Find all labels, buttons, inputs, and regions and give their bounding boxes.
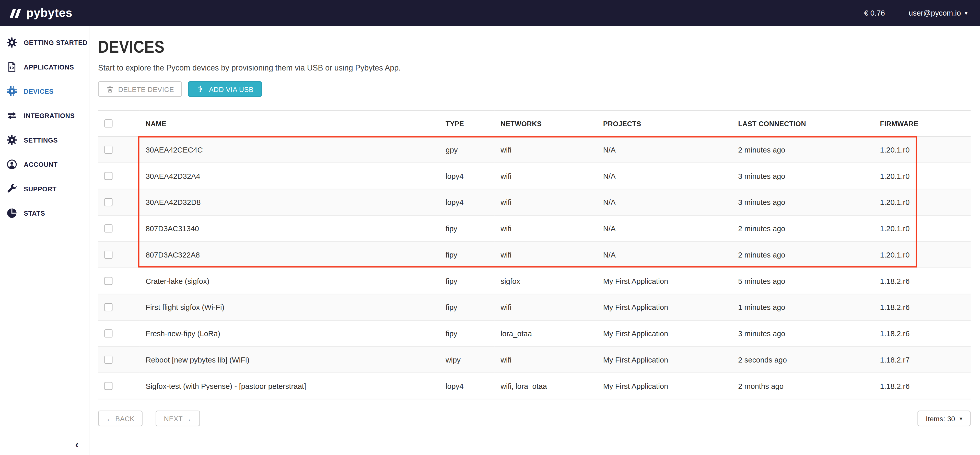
account-balance[interactable]: € 0.76	[864, 9, 885, 18]
table-row[interactable]: 30AEA42D32A4 lopy4 wifi N/A 3 minutes ag…	[98, 163, 970, 189]
device-type: lopy4	[439, 163, 494, 189]
sidebar-item-support[interactable]: SUPPORT	[0, 176, 89, 200]
transfer-arrows-icon	[6, 110, 18, 121]
device-name[interactable]: Sigfox-test (with Pysense) - [pastoor pe…	[140, 373, 439, 399]
device-last-connection: 3 minutes ago	[732, 163, 874, 189]
brand[interactable]: pybytes	[11, 6, 73, 20]
device-projects: My First Application	[597, 320, 732, 347]
add-via-usb-button[interactable]: ADD VIA USB	[188, 81, 262, 97]
sidebar-item-stats[interactable]: STATS	[0, 200, 89, 225]
sidebar-item-integrations[interactable]: INTEGRATIONS	[0, 103, 89, 127]
topbar: pybytes € 0.76 user@pycom.io ▾	[0, 0, 980, 26]
chevron-down-icon: ▾	[959, 415, 963, 422]
device-name[interactable]: 807D3AC31340	[140, 215, 439, 242]
device-networks: wifi	[494, 189, 597, 215]
sidebar-item-applications[interactable]: APPLICATIONS	[0, 54, 89, 79]
device-firmware: 1.20.1.r0	[874, 189, 970, 215]
page-title: DEVICES	[98, 38, 866, 57]
user-circle-icon	[6, 158, 18, 170]
device-networks: wifi	[494, 347, 597, 373]
sidebar-collapse-button[interactable]: ‹	[75, 439, 79, 451]
table-row[interactable]: Sigfox-test (with Pysense) - [pastoor pe…	[98, 373, 970, 399]
sidebar-item-account[interactable]: ACCOUNT	[0, 152, 89, 176]
delete-device-button[interactable]: DELETE DEVICE	[98, 81, 182, 97]
sidebar-item-devices[interactable]: DEVICES	[0, 79, 89, 103]
device-name[interactable]: 807D3AC322A8	[140, 242, 439, 268]
pagination: ← BACK NEXT → Items: 30 ▾	[98, 410, 970, 426]
col-header-name[interactable]: NAME	[140, 110, 439, 137]
table-row[interactable]: Fresh-new-fipy (LoRa) fipy lora_otaa My …	[98, 320, 970, 347]
wrench-icon	[6, 183, 18, 194]
devices-table: NAME TYPE NETWORKS PROJECTS LAST CONNECT…	[98, 110, 970, 399]
row-checkbox[interactable]	[105, 251, 113, 259]
device-last-connection: 2 minutes ago	[732, 242, 874, 268]
main-content: DEVICES Start to explore the Pycom devic…	[90, 26, 980, 455]
table-row[interactable]: 807D3AC31340 fipy wifi N/A 2 minutes ago…	[98, 215, 970, 242]
row-checkbox[interactable]	[105, 329, 113, 337]
table-row[interactable]: 807D3AC322A8 fipy wifi N/A 2 minutes ago…	[98, 242, 970, 268]
sidebar-item-label: SUPPORT	[24, 185, 56, 192]
col-header-last-connection[interactable]: LAST CONNECTION	[732, 110, 874, 137]
table-row[interactable]: Reboot [new pybytes lib] (WiFi) wipy wif…	[98, 347, 970, 373]
device-type: lopy4	[439, 373, 494, 399]
row-checkbox[interactable]	[105, 356, 113, 364]
device-projects: N/A	[597, 163, 732, 189]
col-header-firmware[interactable]: FIRMWARE	[874, 110, 970, 137]
device-last-connection: 2 minutes ago	[732, 137, 874, 163]
trash-icon	[106, 85, 114, 93]
next-button[interactable]: NEXT →	[156, 410, 200, 426]
sidebar-item-settings[interactable]: SETTINGS	[0, 127, 89, 152]
sidebar-item-label: ACCOUNT	[24, 161, 58, 168]
device-name[interactable]: 30AEA42CEC4C	[140, 137, 439, 163]
sidebar-item-getting-started[interactable]: GETTING STARTED	[0, 30, 89, 54]
device-firmware: 1.18.2.r7	[874, 347, 970, 373]
device-last-connection: 2 months ago	[732, 373, 874, 399]
device-projects: N/A	[597, 215, 732, 242]
row-checkbox[interactable]	[105, 146, 113, 154]
user-menu[interactable]: user@pycom.io ▾	[909, 9, 967, 18]
device-projects: N/A	[597, 137, 732, 163]
table-row[interactable]: 30AEA42CEC4C gpy wifi N/A 2 minutes ago …	[98, 137, 970, 163]
table-row[interactable]: 30AEA42D32D8 lopy4 wifi N/A 3 minutes ag…	[98, 189, 970, 215]
device-name[interactable]: 30AEA42D32A4	[140, 163, 439, 189]
table-row[interactable]: Crater-lake (sigfox) fipy sigfox My Firs…	[98, 268, 970, 294]
device-last-connection: 3 minutes ago	[732, 320, 874, 347]
device-name[interactable]: Fresh-new-fipy (LoRa)	[140, 320, 439, 347]
device-name[interactable]: Reboot [new pybytes lib] (WiFi)	[140, 347, 439, 373]
items-per-page-label: Items: 30	[926, 415, 955, 422]
items-per-page-select[interactable]: Items: 30 ▾	[918, 410, 970, 426]
col-header-networks[interactable]: NETWORKS	[494, 110, 597, 137]
device-networks: lora_otaa	[494, 320, 597, 347]
sidebar-nav: GETTING STARTEDAPPLICATIONSDEVICESINTEGR…	[0, 30, 89, 225]
col-header-type[interactable]: TYPE	[439, 110, 494, 137]
table-row[interactable]: First flight sigfox (Wi-Fi) fipy wifi My…	[98, 294, 970, 320]
device-networks: sigfox	[494, 268, 597, 294]
sidebar-item-label: GETTING STARTED	[24, 38, 88, 46]
sidebar-item-label: DEVICES	[24, 87, 54, 94]
device-networks: wifi	[494, 242, 597, 268]
add-via-usb-label: ADD VIA USB	[209, 85, 253, 93]
select-all-checkbox[interactable]	[105, 119, 113, 127]
row-checkbox[interactable]	[105, 303, 113, 312]
device-firmware: 1.18.2.r6	[874, 294, 970, 320]
device-name[interactable]: 30AEA42D32D8	[140, 189, 439, 215]
row-checkbox[interactable]	[105, 198, 113, 207]
toolbar: DELETE DEVICE ADD VIA USB	[98, 81, 970, 97]
device-type: fipy	[439, 242, 494, 268]
device-name[interactable]: First flight sigfox (Wi-Fi)	[140, 294, 439, 320]
row-checkbox[interactable]	[105, 172, 113, 180]
device-last-connection: 3 minutes ago	[732, 189, 874, 215]
device-firmware: 1.18.2.r6	[874, 320, 970, 347]
device-type: fipy	[439, 215, 494, 242]
row-checkbox[interactable]	[105, 382, 113, 390]
row-checkbox[interactable]	[105, 277, 113, 285]
device-firmware: 1.18.2.r6	[874, 268, 970, 294]
device-firmware: 1.20.1.r0	[874, 137, 970, 163]
device-type: fipy	[439, 294, 494, 320]
back-button[interactable]: ← BACK	[98, 410, 143, 426]
device-name[interactable]: Crater-lake (sigfox)	[140, 268, 439, 294]
device-networks: wifi	[494, 137, 597, 163]
col-header-projects[interactable]: PROJECTS	[597, 110, 732, 137]
device-type: wipy	[439, 347, 494, 373]
row-checkbox[interactable]	[105, 224, 113, 232]
